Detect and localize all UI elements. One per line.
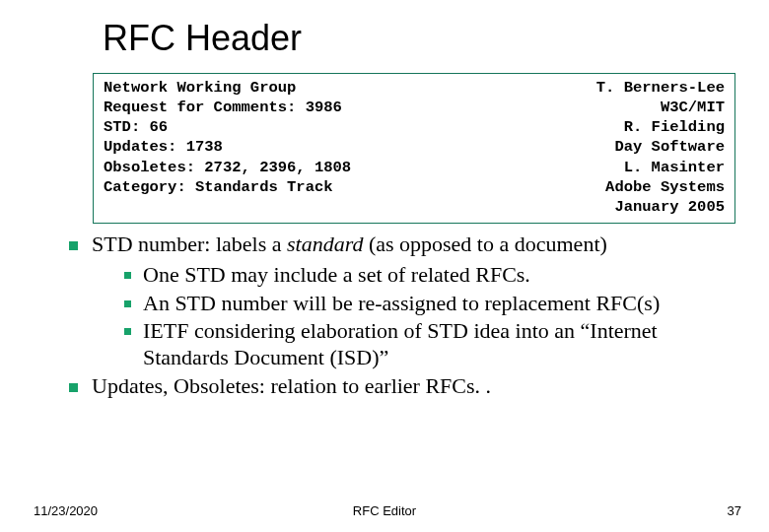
- bullet-icon: [124, 300, 131, 307]
- bullet-level-2: IETF considering elaboration of STD idea…: [124, 318, 741, 371]
- bullet-text: An STD number will be re-assigned to rep…: [143, 291, 660, 317]
- bullet-text: IETF considering elaboration of STD idea…: [143, 318, 741, 371]
- bullet-icon: [124, 328, 131, 335]
- footer-center: RFC Editor: [353, 503, 416, 518]
- footer-date: 11/23/2020: [34, 503, 98, 518]
- bullet-level-1: Updates, Obsoletes: relation to earlier …: [69, 373, 741, 400]
- slide-title: RFC Header: [103, 18, 741, 59]
- bullet-level-2: One STD may include a set of related RFC…: [124, 262, 741, 289]
- rfc-header-right: T. Berners-Lee W3C/MIT R. Fielding Day S…: [596, 78, 725, 217]
- bullet-icon: [69, 383, 78, 392]
- bullet-text: Updates, Obsoletes: relation to earlier …: [92, 373, 491, 400]
- bullet-level-2: An STD number will be re-assigned to rep…: [124, 291, 741, 317]
- footer-page-number: 37: [728, 503, 741, 518]
- bullet-text: STD number: labels a standard (as oppose…: [92, 232, 607, 258]
- bullet-icon: [69, 241, 78, 250]
- bullet-list: STD number: labels a standard (as oppose…: [28, 232, 741, 400]
- rfc-header-box: Network Working Group Request for Commen…: [93, 73, 735, 224]
- bullet-level-1: STD number: labels a standard (as oppose…: [69, 232, 741, 258]
- bullet-text: One STD may include a set of related RFC…: [143, 262, 530, 289]
- rfc-header-left: Network Working Group Request for Commen…: [104, 78, 351, 217]
- bullet-icon: [124, 272, 131, 279]
- slide-footer: 11/23/2020 RFC Editor 37: [0, 503, 769, 518]
